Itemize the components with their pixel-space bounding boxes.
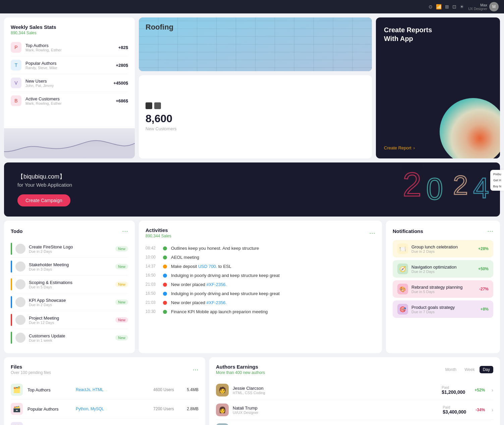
activity-link[interactable]: USD 700. (198, 264, 217, 269)
activities-more-icon[interactable]: ⋯ (369, 229, 375, 237)
stat-name: New Users (25, 79, 113, 84)
notif-name: Group lunch celebration (411, 244, 475, 249)
author-info: Jessie Clarcson HTML, CSS Coding (233, 386, 438, 395)
create-campaign-button[interactable]: Create Campaign (17, 194, 70, 206)
todo-dot (11, 314, 12, 326)
author-avatar: 🧑 (216, 384, 229, 396)
banner-card: 【biqubiqu.com】 for Your Web Application … (4, 162, 500, 217)
todo-dot (11, 332, 12, 344)
notif-info: Rebrand strategy planning Due in 5 Days (411, 285, 476, 294)
main-container: Weekly Sales Stats 890,344 Sales P Top A… (0, 13, 504, 425)
row4: Files Over 100 pending files ⋯ 🗂️ Top Au… (4, 357, 500, 425)
roofing-col: Roofing 8,600 New Customers (139, 17, 372, 158)
activity-item: 10:00 AEOL meeting (146, 253, 375, 262)
row3: Todo ⋯ Create FireStone Logo Due in 2 Da… (4, 221, 500, 353)
todo-avatar (15, 315, 25, 325)
activity-time: 16:50 (146, 291, 159, 296)
report-link-text: Create Report (384, 145, 411, 150)
file-item: 🗃️ Popular Authors Python, MySQL 7200 Us… (11, 399, 199, 419)
todo-badge: New (115, 317, 128, 323)
author-arrow-icon[interactable]: › (492, 407, 493, 413)
stat-value: +82$ (118, 45, 128, 50)
todo-due: Due in 5 Days (29, 285, 112, 289)
todo-badge: New (115, 299, 128, 305)
stat-item-new-users: V New Users John, Pat, Jimmy +4500$ (11, 74, 128, 92)
activities-subtitle: 890,344 Sales (146, 234, 171, 238)
activity-dot (163, 274, 167, 278)
stat-name: Top Authors (25, 43, 118, 48)
todo-title: Todo (11, 228, 23, 234)
activity-item: 08:42 Outlines keep you honest. And keep… (146, 244, 375, 253)
svg-text:2: 2 (453, 170, 468, 200)
customers-label: New Customers (146, 126, 365, 131)
todo-info: Scoping & Estimations Due in 5 Days (29, 280, 112, 289)
notifications-header: Notifications ⋯ (393, 227, 493, 235)
signal-icon: 📶 (436, 4, 442, 9)
search-icon[interactable]: ⊙ (429, 4, 433, 9)
todo-avatar (15, 297, 25, 307)
topbar-user: Max UX Designer M (468, 2, 499, 11)
side-panel-item-geth[interactable]: Get H (493, 179, 501, 182)
file-icon: 🗂️ (11, 384, 23, 396)
todo-avatar (15, 333, 25, 343)
stat-info: Active Customers Mark, Rowling, Esther (25, 96, 116, 105)
weekly-sales-title: Weekly Sales Stats (11, 24, 128, 30)
notif-due: Due in 2 Days (411, 270, 475, 274)
author-arrow-icon[interactable]: › (492, 387, 493, 393)
todo-item: Customers Update Due in 1 week New (11, 329, 128, 346)
activity-text: Finance KPI Mobile app launch preparion … (171, 309, 375, 314)
todo-due: Due in 2 Days (29, 303, 112, 307)
dot-icon: ⊡ (452, 4, 456, 9)
svg-text:2: 2 (403, 166, 422, 203)
activity-link[interactable]: #XF-2356. (207, 282, 227, 287)
author-list: 🧑 Jessie Clarcson HTML, CSS Coding Paid … (216, 380, 493, 425)
row1: Weekly Sales Stats 890,344 Sales P Top A… (4, 17, 500, 158)
file-tech: Python, MySQL (76, 407, 146, 411)
popular-authors-icon: T (11, 60, 21, 70)
author-name: Natali Trump (233, 406, 439, 411)
author-item: 👨 Kevin Leonard Art Director Paid $35,60… (216, 420, 493, 425)
weekly-sales-card: Weekly Sales Stats 890,344 Sales P Top A… (4, 17, 135, 158)
period-tab-day[interactable]: Day (480, 366, 493, 373)
period-tab-week[interactable]: Week (461, 366, 478, 373)
todo-info: Customers Update Due in 1 week (29, 333, 112, 342)
file-size: 5.4MB (182, 387, 199, 392)
todo-badge: New (115, 246, 128, 251)
active-customers-icon: B (11, 95, 21, 106)
side-panel-item-prebu[interactable]: Prebu (493, 173, 501, 176)
activities-header: Activities 890,344 Sales ⋯ (146, 227, 375, 238)
files-more-icon[interactable]: ⋯ (192, 366, 199, 373)
file-item: 🗂️ Top Authors ReactJs, HTML 4600 Users … (11, 380, 199, 399)
todo-name: KPI App Showcase (29, 298, 112, 303)
activity-link[interactable]: #XF-2356. (207, 300, 227, 305)
svg-text:0: 0 (426, 172, 443, 203)
todo-more-icon[interactable]: ⋯ (122, 227, 128, 235)
stat-item-top-authors: P Top Authors Mark, Rowling, Esther +82$ (11, 39, 128, 56)
side-panel-item-buyn[interactable]: Buy N (493, 185, 501, 188)
mini-icon-2 (154, 102, 161, 109)
activity-time: 10:00 (146, 255, 159, 259)
mini-icons (146, 102, 365, 109)
todo-dot (11, 261, 12, 273)
notif-due: Due in 5 Days (411, 290, 476, 294)
grid-icon[interactable]: ⊞ (445, 4, 449, 9)
sun-icon[interactable]: ☀ (460, 4, 464, 9)
period-tab-month[interactable]: Month (442, 366, 460, 373)
author-avatar: 👨 (216, 423, 229, 425)
todo-info: Project Meeting Due in 12 Days (29, 316, 112, 325)
activity-item: 10:30 Finance KPI Mobile app launch prep… (146, 307, 375, 316)
activity-item: 16:50 Indulging in poorly driving and ke… (146, 271, 375, 280)
file-name: Top Authors (27, 387, 71, 392)
file-icon: 👑 (11, 422, 23, 425)
activity-dot (163, 255, 167, 259)
author-avatar: 👩 (216, 404, 229, 416)
activity-time: 21:03 (146, 300, 159, 305)
todo-item: Create FireStone Logo Due in 2 Days New (11, 240, 128, 258)
notifications-more-icon[interactable]: ⋯ (487, 227, 493, 235)
activity-time: 21:03 (146, 282, 159, 287)
activity-text: Indulging in poorly driving and keep str… (171, 291, 375, 296)
todo-info: KPI App Showcase Due in 2 Days (29, 298, 112, 307)
weekly-sales-subtitle: 890,344 Sales (11, 31, 128, 35)
files-subtitle: Over 100 pending files (11, 370, 51, 375)
author-item: 👩 Natali Trump UI/UX Designer Paid $3,40… (216, 400, 493, 420)
